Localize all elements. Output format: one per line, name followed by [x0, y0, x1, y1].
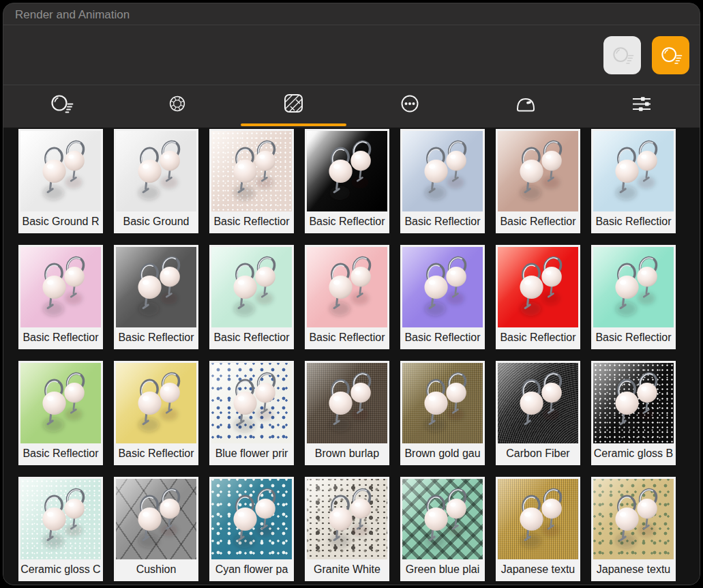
material-thumbnail: [211, 363, 292, 443]
material-card[interactable]: Basic Reflectior: [591, 245, 676, 349]
pearl-earrings-preview: [211, 247, 292, 327]
material-card[interactable]: Basic Reflectior: [18, 361, 103, 465]
material-thumbnail: [498, 363, 578, 443]
material-thumbnail: [116, 131, 196, 211]
pearl-earrings-preview: [116, 479, 196, 559]
material-card[interactable]: Carbon Fiber: [496, 361, 580, 465]
material-label: Basic Reflectior: [116, 443, 196, 463]
render-sphere-icon: [659, 45, 683, 65]
tab-render[interactable]: [3, 85, 119, 128]
material-thumbnail: [307, 479, 387, 559]
material-thumbnail: [593, 363, 674, 443]
pearl-earrings-preview: [498, 363, 578, 443]
material-label: Basic Reflectior: [593, 327, 674, 347]
material-label: Japanese textu: [498, 559, 578, 579]
pearl-earrings-preview: [116, 131, 196, 211]
materials-grid: Basic Ground R Basic Ground Basic Reflec…: [3, 128, 700, 585]
material-thumbnail: [402, 131, 483, 211]
material-card[interactable]: Basic Reflectior: [496, 129, 580, 233]
material-thumbnail: [211, 247, 292, 327]
material-label: Japanese textu: [593, 559, 674, 579]
material-card[interactable]: Basic Reflectior: [400, 129, 485, 233]
pearl-earrings-preview: [402, 363, 483, 443]
material-thumbnail: [20, 131, 101, 211]
material-thumbnail: [498, 247, 578, 327]
material-label: Basic Reflectior: [307, 327, 387, 347]
material-label: Ceramic gloss B: [593, 443, 674, 463]
pearl-earrings-preview: [307, 363, 387, 443]
material-card[interactable]: Basic Reflectior: [591, 129, 676, 233]
material-card[interactable]: Japanese textu: [496, 477, 580, 581]
material-card[interactable]: Basic Reflectior: [305, 129, 389, 233]
material-thumbnail: [116, 479, 196, 559]
material-thumbnail: [20, 479, 101, 559]
material-label: Brown burlap: [307, 443, 387, 463]
material-thumbnail: [211, 131, 292, 211]
material-card[interactable]: Japanese textu: [591, 477, 676, 581]
material-card[interactable]: Brown gold gau: [400, 361, 485, 465]
material-card[interactable]: Ceramic gloss B: [591, 361, 676, 465]
pearl-earrings-preview: [211, 131, 292, 211]
material-card[interactable]: Basic Reflectior: [305, 245, 389, 349]
material-thumbnail: [307, 247, 387, 327]
render-sphere-icon: [611, 45, 634, 65]
pearl-earrings-preview: [402, 479, 483, 559]
material-label: Basic Reflectior: [20, 443, 101, 463]
pearl-earrings-preview: [307, 131, 387, 211]
pearl-earrings-preview: [498, 479, 578, 559]
pearl-earrings-preview: [116, 247, 196, 327]
material-label: Basic Reflectior: [498, 211, 578, 231]
pearl-earrings-preview: [402, 131, 483, 211]
pearl-earrings-preview: [20, 247, 101, 327]
dome-icon: [513, 93, 538, 115]
tab-more[interactable]: [352, 85, 468, 128]
material-label: Basic Reflectior: [20, 327, 101, 347]
pearl-earrings-preview: [20, 363, 101, 443]
render-and-animation-panel: Render and Animation: [3, 3, 700, 585]
material-label: Cushion: [116, 559, 196, 579]
tab-settings[interactable]: [584, 85, 700, 128]
material-thumbnail: [116, 247, 196, 327]
material-card[interactable]: Basic Reflectior: [114, 361, 198, 465]
material-thumbnail: [402, 479, 483, 559]
render-toolbar: [3, 25, 700, 85]
material-label: Granite White: [307, 559, 387, 579]
pearl-earrings-preview: [20, 131, 101, 211]
material-card[interactable]: Ceramic gloss C: [18, 477, 103, 581]
material-label: Cyan flower pa: [211, 559, 292, 579]
material-thumbnail: [307, 363, 387, 443]
material-thumbnail: [593, 131, 674, 211]
sphere-motion-icon: [49, 93, 74, 115]
material-thumbnail: [498, 479, 578, 559]
material-card[interactable]: Basic Reflectior: [496, 245, 580, 349]
material-card[interactable]: Granite White: [305, 477, 389, 581]
material-card[interactable]: Basic Reflectior: [400, 245, 485, 349]
pearl-earrings-preview: [116, 363, 196, 443]
material-card[interactable]: Basic Reflectior: [114, 245, 198, 349]
material-label: Blue flower prir: [211, 443, 292, 463]
material-label: Basic Reflectior: [402, 327, 483, 347]
material-card[interactable]: Basic Reflectior: [209, 129, 294, 233]
material-label: Basic Ground: [116, 211, 196, 231]
material-thumbnail: [593, 247, 674, 327]
tab-gem[interactable]: [119, 85, 235, 128]
material-card[interactable]: Basic Ground: [114, 129, 198, 233]
material-label: Basic Reflectior: [211, 211, 292, 231]
material-card[interactable]: Basic Reflectior: [18, 245, 103, 349]
tab-environment[interactable]: [468, 85, 584, 128]
tab-materials[interactable]: [235, 85, 351, 128]
material-thumbnail: [498, 131, 578, 211]
material-card[interactable]: Basic Ground R: [18, 129, 103, 233]
material-thumbnail: [307, 131, 387, 211]
pearl-earrings-preview: [593, 363, 674, 443]
material-thumbnail: [402, 363, 483, 443]
material-card[interactable]: Blue flower prir: [209, 361, 294, 465]
material-card[interactable]: Basic Reflectior: [209, 245, 294, 349]
material-card[interactable]: Cushion: [114, 477, 198, 581]
material-card[interactable]: Cyan flower pa: [209, 477, 294, 581]
render-sphere-button-primary[interactable]: [652, 36, 689, 74]
material-card[interactable]: Brown burlap: [305, 361, 389, 465]
material-card[interactable]: Green blue plai: [400, 477, 485, 581]
render-sphere-button-secondary[interactable]: [603, 36, 641, 74]
material-label: Ceramic gloss C: [20, 559, 101, 579]
